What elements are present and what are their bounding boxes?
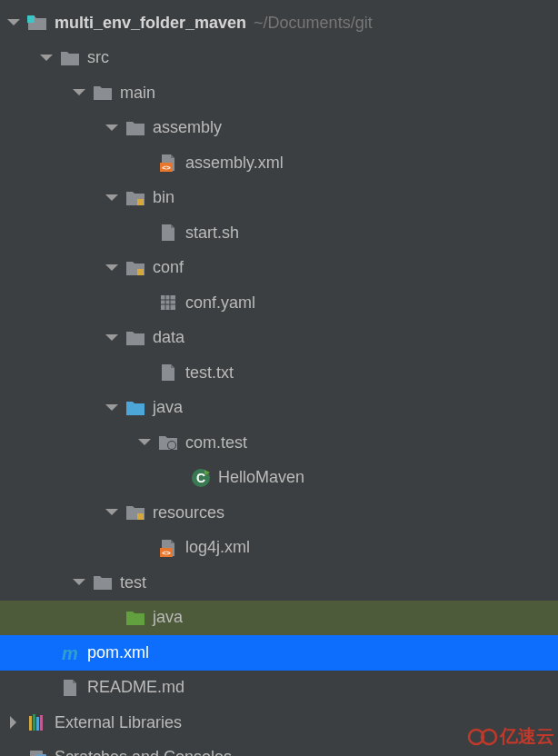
file-icon [60,678,80,698]
file-label: assembly.xml [185,154,284,173]
folder-label: src [87,48,109,67]
folder-icon [93,83,113,103]
expand-arrow-icon[interactable] [136,434,153,451]
external-libraries-icon [27,712,47,732]
xml-file-icon [158,538,178,558]
tree-row-main[interactable]: main [0,75,558,111]
folder-icon [60,48,80,68]
project-tree: multi_env_folder_maven ~/Documents/git s… [0,0,558,756]
tree-row-bin[interactable]: bin [0,181,558,216]
folder-icon [125,328,145,348]
expand-arrow-icon[interactable] [104,190,120,206]
file-icon [158,363,178,383]
tree-row-project-root[interactable]: multi_env_folder_maven ~/Documents/git [0,5,558,41]
folder-label: data [153,328,184,347]
tree-row-test-java[interactable]: java [0,601,558,636]
watermark-text: 亿速云 [500,724,554,749]
file-label: test.txt [185,363,234,383]
tree-row-assembly[interactable]: assembly [0,111,558,146]
tree-row-data[interactable]: data [0,321,558,356]
folder-label: java [153,608,183,627]
folder-label: conf [153,258,184,277]
expand-arrow-icon[interactable] [104,260,120,276]
tree-row-conf-yaml[interactable]: conf.yaml [0,285,558,321]
maven-icon [60,642,80,662]
expand-arrow-icon[interactable] [104,330,120,346]
tree-row-resources[interactable]: resources [0,495,558,531]
expand-arrow-icon[interactable] [5,714,22,731]
xml-file-icon [158,153,178,173]
folder-label: assembly [153,118,222,137]
tree-row-test-txt[interactable]: test.txt [0,355,558,391]
folder-icon [125,118,145,138]
project-name-label: multi_env_folder_maven [55,14,246,33]
scratches-icon [27,748,47,756]
file-label: start.sh [185,224,239,243]
folder-label: bin [153,188,174,207]
tree-row-pom-xml[interactable]: pom.xml [0,635,558,671]
folder-label: main [120,84,155,103]
external-libraries-label: External Libraries [55,713,182,732]
package-icon [158,433,178,453]
expand-arrow-icon[interactable] [104,120,120,136]
project-path-label: ~/Documents/git [254,14,373,33]
file-label: conf.yaml [185,293,255,313]
folder-icon [125,188,145,208]
tree-row-assembly-xml[interactable]: assembly.xml [0,145,558,181]
expand-arrow-icon[interactable] [71,574,87,591]
tree-row-test[interactable]: test [0,565,558,601]
file-label: pom.xml [87,643,149,662]
yaml-file-icon [158,293,178,313]
folder-icon [93,572,113,592]
test-folder-icon [125,608,145,628]
file-label: log4j.xml [185,538,250,557]
expand-arrow-icon[interactable] [104,400,120,416]
tree-row-conf[interactable]: conf [0,251,558,286]
file-icon [158,223,178,243]
expand-arrow-icon[interactable] [104,504,120,521]
folder-label: test [120,573,146,592]
folder-icon [125,258,145,278]
class-label: HelloMaven [218,468,304,487]
watermark-logo-icon [467,727,498,747]
tree-row-src[interactable]: src [0,41,558,76]
java-class-icon [191,468,211,488]
tree-row-com-test[interactable]: com.test [0,425,558,461]
tree-row-hello-maven[interactable]: HelloMaven [0,461,558,496]
expand-arrow-icon[interactable] [71,85,87,101]
expand-arrow-icon[interactable] [5,15,22,31]
watermark: 亿速云 [467,724,554,749]
folder-label: resources [153,503,224,522]
folder-label: java [153,398,183,417]
source-folder-icon [125,398,145,418]
tree-row-start-sh[interactable]: start.sh [0,215,558,251]
project-folder-icon [27,13,47,33]
tree-row-log4j-xml[interactable]: log4j.xml [0,531,558,566]
tree-row-readme[interactable]: README.md [0,671,558,706]
scratches-label: Scratches and Consoles [55,748,232,756]
tree-row-java[interactable]: java [0,391,558,426]
package-label: com.test [185,433,247,453]
expand-arrow-icon[interactable] [38,50,55,66]
file-label: README.md [87,678,184,697]
resources-folder-icon [125,502,145,522]
